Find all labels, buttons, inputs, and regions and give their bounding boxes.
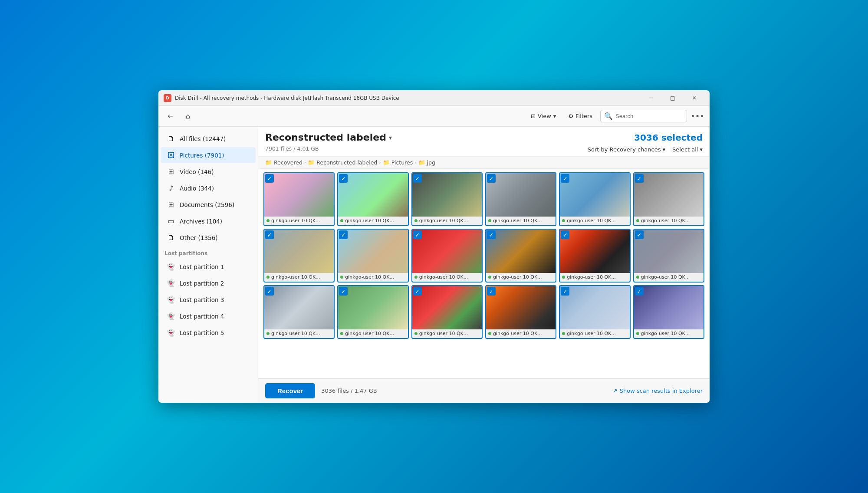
sidebar-item-label: Video (146): [180, 168, 214, 175]
sidebar-item-label: Lost partition 5: [180, 329, 224, 336]
grid-checkbox[interactable]: ✓: [487, 287, 496, 296]
pictures-icon: 🖼: [167, 151, 175, 159]
home-button[interactable]: ⌂: [181, 109, 195, 123]
checkmark-icon: ✓: [563, 288, 568, 295]
selectall-chevron-icon: ▾: [700, 146, 703, 153]
show-explorer-button[interactable]: ↗ Show scan results in Explorer: [613, 388, 703, 394]
thumbnail: [264, 230, 334, 273]
minimize-button[interactable]: ─: [641, 92, 661, 105]
thumbnail: [634, 173, 704, 217]
grid-item[interactable]: ✓ginkgo-user 10 QK...: [337, 172, 408, 226]
sidebar-item-lp3[interactable]: 👻 Lost partition 3: [161, 292, 256, 308]
sidebar-item-lp1[interactable]: 👻 Lost partition 1: [161, 259, 256, 275]
close-button[interactable]: ✕: [684, 92, 704, 105]
content-title: Reconstructed labeled: [265, 132, 386, 143]
grid-item[interactable]: ✓ginkgo-user 10 QK...: [411, 172, 483, 226]
view-icon: ⊞: [531, 113, 536, 119]
checkmark-icon: ✓: [415, 232, 420, 238]
breadcrumb-reconstructed[interactable]: 📁 Reconstructed labeled: [308, 159, 377, 166]
grid-item[interactable]: ✓ginkgo-user 10 QK...: [485, 229, 556, 283]
title-chevron-icon[interactable]: ▾: [389, 134, 392, 141]
sidebar-item-lp2[interactable]: 👻 Lost partition 2: [161, 275, 256, 291]
grid-item[interactable]: ✓ginkgo-user 10 QK...: [263, 229, 335, 283]
grid-checkbox[interactable]: ✓: [265, 287, 274, 296]
checkmark-icon: ✓: [267, 288, 272, 295]
grid-checkbox[interactable]: ✓: [635, 174, 644, 183]
sidebar-item-archives[interactable]: ▭ Archives (104): [161, 213, 256, 229]
breadcrumb-recovered[interactable]: 📁 Recovered: [265, 159, 302, 166]
content-header-bottom: Sort by Recovery chances ▾ Select all ▾: [588, 146, 703, 153]
grid-item-label: ginkgo-user 10 QK...: [412, 329, 482, 338]
thumbnail: [486, 230, 556, 273]
grid-checkbox[interactable]: ✓: [413, 287, 422, 296]
grid-checkbox[interactable]: ✓: [339, 230, 348, 239]
grid-container[interactable]: ✓ginkgo-user 10 QK...✓ginkgo-user 10 QK.…: [258, 169, 710, 378]
quality-dot: [266, 276, 270, 279]
grid-item[interactable]: ✓ginkgo-user 10 QK...: [411, 285, 483, 339]
grid-item[interactable]: ✓ginkgo-user 10 QK...: [559, 285, 630, 339]
sidebar-item-label: Other (1356): [180, 234, 218, 241]
grid-item[interactable]: ✓ginkgo-user 10 QK...: [337, 229, 408, 283]
sidebar-item-other[interactable]: 🗋 Other (1356): [161, 230, 256, 246]
grid-checkbox[interactable]: ✓: [635, 287, 644, 296]
grid-checkbox[interactable]: ✓: [265, 230, 274, 239]
sidebar-item-label: Audio (344): [180, 185, 214, 192]
thumbnail: [412, 230, 482, 273]
search-container[interactable]: 🔍: [600, 110, 687, 122]
sidebar-item-label: Lost partition 1: [180, 263, 224, 270]
grid-item[interactable]: ✓ginkgo-user 10 QK...: [485, 172, 556, 226]
grid-checkbox[interactable]: ✓: [339, 287, 348, 296]
grid-item[interactable]: ✓ginkgo-user 10 QK...: [633, 229, 704, 283]
quality-dot: [266, 219, 270, 222]
sidebar-item-documents[interactable]: ⊞ Documents (2596): [161, 197, 256, 213]
grid-checkbox[interactable]: ✓: [561, 287, 569, 296]
quality-dot: [636, 332, 639, 335]
grid-item[interactable]: ✓ginkgo-user 10 QK...: [559, 229, 630, 283]
grid-item[interactable]: ✓ginkgo-user 10 QK...: [559, 172, 630, 226]
file-grid: ✓ginkgo-user 10 QK...✓ginkgo-user 10 QK.…: [263, 172, 704, 339]
view-button[interactable]: ⊞ View ▾: [526, 110, 560, 122]
sort-button[interactable]: Sort by Recovery chances ▾: [588, 146, 665, 153]
breadcrumb-pictures[interactable]: 📁 Pictures: [383, 159, 413, 166]
grid-checkbox[interactable]: ✓: [265, 174, 274, 183]
sidebar-item-audio[interactable]: ♪ Audio (344): [161, 180, 256, 196]
filters-button[interactable]: ⚙ Filters: [564, 110, 597, 122]
select-all-button[interactable]: Select all ▾: [672, 146, 703, 153]
grid-checkbox[interactable]: ✓: [487, 230, 496, 239]
sort-label: Sort by Recovery chances: [588, 146, 661, 153]
grid-item[interactable]: ✓ginkgo-user 10 QK...: [411, 229, 483, 283]
grid-item[interactable]: ✓ginkgo-user 10 QK...: [263, 285, 335, 339]
grid-item[interactable]: ✓ginkgo-user 10 QK...: [337, 285, 408, 339]
grid-checkbox[interactable]: ✓: [561, 174, 569, 183]
grid-checkbox[interactable]: ✓: [487, 174, 496, 183]
titlebar: D Disk Drill - All recovery methods - Ha…: [158, 90, 710, 106]
search-icon: 🔍: [604, 112, 613, 120]
grid-checkbox[interactable]: ✓: [561, 230, 569, 239]
search-input[interactable]: [615, 113, 683, 119]
grid-checkbox[interactable]: ✓: [413, 174, 422, 183]
quality-dot: [340, 219, 343, 222]
more-button[interactable]: •••: [690, 109, 704, 123]
maximize-button[interactable]: □: [663, 92, 683, 105]
grid-checkbox[interactable]: ✓: [413, 230, 422, 239]
sidebar-item-label: Lost partition 2: [180, 280, 224, 287]
grid-item[interactable]: ✓ginkgo-user 10 QK...: [263, 172, 335, 226]
grid-item[interactable]: ✓ginkgo-user 10 QK...: [633, 172, 704, 226]
sidebar-item-lp5[interactable]: 👻 Lost partition 5: [161, 325, 256, 341]
sidebar-item-pictures[interactable]: 🖼 Pictures (7901): [161, 147, 256, 163]
breadcrumb-jpg[interactable]: 📁 jpg: [418, 159, 435, 166]
all-files-icon: 🗋: [167, 135, 175, 143]
sidebar-item-lp4[interactable]: 👻 Lost partition 4: [161, 308, 256, 324]
main-area: 🗋 All files (12447) 🖼 Pictures (7901) ⊞ …: [158, 127, 710, 403]
lp4-icon: 👻: [167, 312, 175, 320]
back-button[interactable]: ←: [164, 109, 178, 123]
sidebar-item-video[interactable]: ⊞ Video (146): [161, 164, 256, 180]
grid-item-label: ginkgo-user 10 QK...: [486, 217, 556, 225]
grid-checkbox[interactable]: ✓: [635, 230, 644, 239]
grid-item[interactable]: ✓ginkgo-user 10 QK...: [633, 285, 704, 339]
sidebar-item-all-files[interactable]: 🗋 All files (12447): [161, 131, 256, 147]
grid-item[interactable]: ✓ginkgo-user 10 QK...: [485, 285, 556, 339]
recover-button[interactable]: Recover: [265, 383, 315, 398]
thumbnail: [634, 230, 704, 273]
grid-checkbox[interactable]: ✓: [339, 174, 348, 183]
